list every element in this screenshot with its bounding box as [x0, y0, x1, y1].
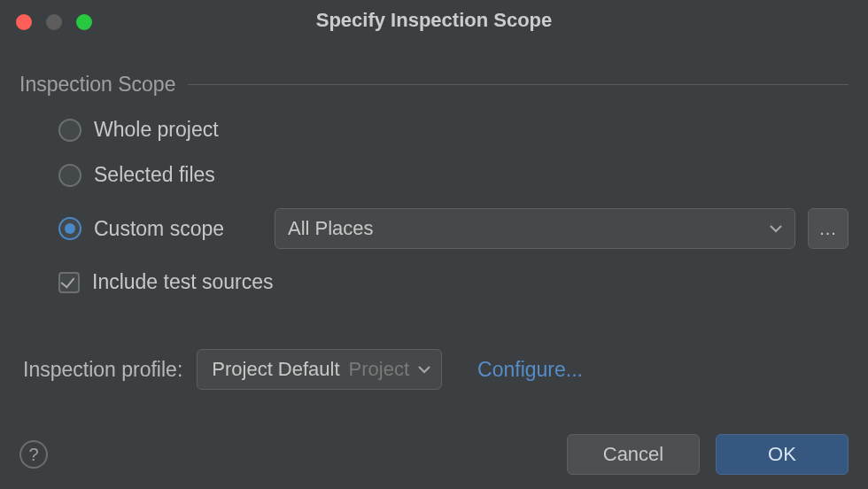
custom-scope-combobox[interactable]: All Places — [275, 208, 795, 249]
checkbox-label: Include test sources — [92, 270, 274, 294]
section-title: Inspection Scope — [19, 73, 175, 97]
radio-label: Selected files — [94, 163, 215, 187]
button-label: Cancel — [603, 443, 663, 466]
radio-custom-scope-row: Custom scope All Places ... — [58, 208, 849, 249]
dialog-content: Inspection Scope Whole project Selected … — [0, 41, 868, 390]
close-window-button[interactable] — [16, 14, 32, 30]
configure-link[interactable]: Configure... — [477, 358, 583, 382]
profile-suffix: Project — [349, 358, 409, 381]
window-controls — [16, 14, 92, 30]
combo-value: All Places — [288, 217, 374, 240]
checkbox-icon — [58, 272, 80, 293]
profile-label: Inspection profile: — [23, 358, 182, 382]
ellipsis-icon: ... — [819, 219, 837, 239]
scope-radio-group: Whole project Selected files Custom scop… — [19, 118, 849, 294]
footer-buttons: Cancel OK — [567, 434, 849, 475]
scope-browse-button[interactable]: ... — [808, 208, 849, 249]
chevron-down-icon — [418, 361, 430, 377]
inspection-profile-row: Inspection profile: Project Default Proj… — [19, 349, 849, 390]
radio-label: Custom scope — [94, 217, 224, 241]
radio-icon — [58, 217, 81, 240]
chevron-down-icon — [770, 221, 782, 237]
profile-value: Project Default — [212, 358, 339, 381]
button-label: OK — [768, 443, 796, 466]
radio-selected-files[interactable]: Selected files — [58, 163, 849, 187]
minimize-window-button[interactable] — [46, 14, 62, 30]
dialog-title: Specify Inspection Scope — [12, 9, 856, 32]
radio-icon — [58, 164, 81, 187]
dialog-footer: ? Cancel OK — [19, 434, 849, 475]
radio-icon — [58, 119, 81, 142]
titlebar: Specify Inspection Scope — [0, 0, 868, 41]
section-divider — [188, 84, 849, 85]
help-button[interactable]: ? — [19, 440, 48, 469]
include-test-sources-checkbox[interactable]: Include test sources — [58, 270, 849, 294]
radio-whole-project[interactable]: Whole project — [58, 118, 849, 142]
question-icon: ? — [28, 445, 38, 465]
cancel-button[interactable]: Cancel — [567, 434, 700, 475]
section-header: Inspection Scope — [19, 73, 849, 97]
radio-custom-scope[interactable]: Custom scope — [58, 217, 262, 241]
inspection-profile-combobox[interactable]: Project Default Project — [197, 349, 442, 390]
ok-button[interactable]: OK — [716, 434, 849, 475]
radio-label: Whole project — [94, 118, 219, 142]
maximize-window-button[interactable] — [76, 14, 92, 30]
